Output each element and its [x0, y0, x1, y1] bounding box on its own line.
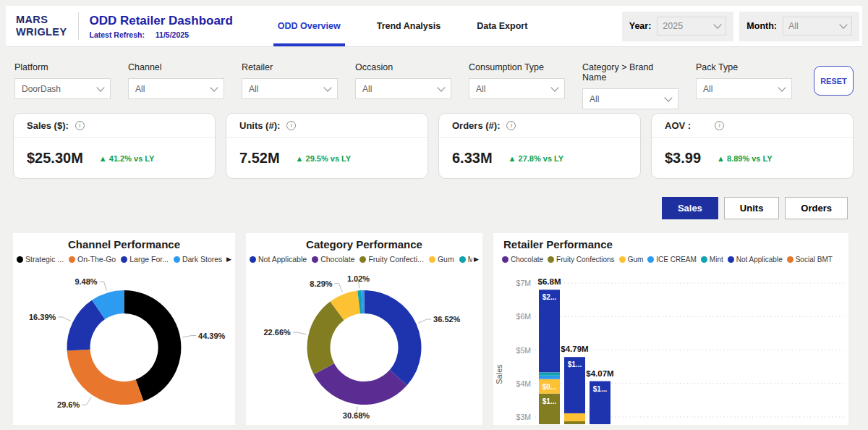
donut-data-label: 36.52%: [433, 315, 461, 324]
month-selector: Month: All: [739, 12, 859, 41]
kpi-delta: ▲ 27.8% vs LY: [509, 154, 564, 163]
bar-segment-mint[interactable]: [539, 373, 560, 376]
info-icon[interactable]: i: [506, 121, 516, 130]
segment-data-label: $0...: [542, 383, 557, 391]
legend-dot-icon: [429, 256, 435, 263]
legend-dot-icon: [121, 256, 127, 263]
filter-occasion: Occasion All: [355, 62, 451, 107]
legend-retailer: ChocolateFruity ConfectionsGumICE CREAMM…: [502, 256, 845, 264]
y-axis-tick: $7M: [516, 279, 531, 287]
channel-dropdown[interactable]: All: [128, 78, 224, 99]
kpi-delta: ▲ 41.2% vs LY: [99, 154, 155, 163]
y-axis-title: Sales: [495, 364, 503, 384]
category-donut-chart: 36.52%30.68%22.66%8.29%1.02%: [246, 266, 482, 424]
chart-card-channel-performance: Channel Performance Strategic ...On-The-…: [13, 233, 235, 425]
bar-segment-ice-cream[interactable]: [539, 376, 560, 379]
tab-data-export[interactable]: Data Export: [477, 6, 527, 46]
kpi-delta: ▲ 29.5% vs LY: [296, 154, 352, 163]
legend-item-social-bmt[interactable]: Social BMT: [787, 256, 833, 264]
charts-row: Channel Performance Strategic ...On-The-…: [13, 233, 848, 425]
reset-button[interactable]: RESET: [814, 66, 854, 96]
legend-item-not-applicable[interactable]: Not Applicable: [728, 256, 783, 264]
chevron-down-icon: [437, 83, 445, 91]
consumption-type-dropdown[interactable]: All: [469, 78, 565, 99]
kpi-card-units: Units (#): i 7.52M ▲ 29.5% vs LY: [226, 113, 428, 179]
legend-item-dark-stores[interactable]: Dark Stores: [174, 255, 222, 264]
logo-line2: WRIGLEY: [16, 26, 67, 38]
y-axis-tick: $5M: [516, 346, 531, 355]
tab-odd-overview[interactable]: ODD Overview: [278, 6, 341, 46]
legend-item-gum[interactable]: Gum: [429, 255, 454, 264]
bar-segment-gum[interactable]: [564, 413, 585, 421]
legend-item-chocolate[interactable]: Chocolate: [502, 256, 543, 264]
month-value: All: [788, 21, 799, 31]
chart-card-retailer-performance: Retailer Performance ChocolateFruity Con…: [493, 233, 848, 425]
donut-slice-on-the-go[interactable]: [67, 350, 144, 405]
bar-segment-fruity-confections[interactable]: [564, 421, 585, 424]
label-connector: [58, 317, 71, 321]
legend-next-icon[interactable]: [226, 256, 231, 263]
mars-wrigley-logo: MARS WRIGLEY: [6, 14, 78, 39]
legend-dot-icon: [619, 256, 626, 263]
header-divider: [78, 12, 79, 40]
kpi-delta: ▲ 8.89% vs LY: [717, 154, 773, 163]
chevron-down-icon: [714, 20, 722, 28]
filter-channel: Channel All: [128, 62, 224, 107]
legend-next-icon[interactable]: [474, 256, 479, 263]
legend-dot-icon: [250, 256, 256, 263]
year-dropdown[interactable]: 2025: [657, 17, 726, 35]
bar-segment-not-applicable[interactable]: [539, 290, 560, 372]
kpi-value: 6.33M: [452, 150, 493, 166]
legend-item-on-the-go[interactable]: On-The-Go: [69, 255, 116, 264]
retailer-bar-chart: $3M$4M$5M$6M$7MSales$1...$0...$2...$6.8M…: [493, 266, 848, 424]
donut-data-label: 30.68%: [343, 411, 370, 420]
year-selector: Year: 2025: [622, 12, 734, 41]
y-axis-tick: $3M: [516, 413, 531, 421]
segment-data-label: $1...: [568, 361, 582, 368]
metric-toggle-orders[interactable]: Orders: [785, 197, 848, 219]
category-brand-dropdown[interactable]: All: [582, 88, 678, 109]
legend-item-fruity-confecti-[interactable]: Fruity Confecti...: [359, 255, 423, 264]
year-value: 2025: [663, 21, 683, 31]
legend-item-mint[interactable]: Mint: [701, 256, 723, 264]
logo-line1: MARS: [16, 14, 67, 26]
donut-data-label: 44.39%: [198, 332, 226, 340]
title-block: ODD Retailer Dashboard Latest Refresh: 1…: [89, 14, 232, 39]
info-icon[interactable]: i: [715, 121, 724, 130]
month-dropdown[interactable]: All: [783, 17, 852, 35]
kpi-value: 7.52M: [239, 150, 280, 166]
filter-platform: Platform DoorDash: [14, 62, 111, 107]
metric-toggle-units[interactable]: Units: [724, 197, 780, 219]
year-label: Year:: [629, 21, 652, 31]
legend-dot-icon: [701, 256, 707, 263]
channel-donut-chart: 44.39%29.6%16.39%9.48%: [13, 266, 235, 424]
metric-toggle-sales[interactable]: Sales: [662, 197, 718, 219]
tab-trend-analysis[interactable]: Trend Analysis: [377, 6, 441, 46]
refresh-line: Latest Refresh: 11/5/2025: [89, 30, 232, 39]
occasion-dropdown[interactable]: All: [355, 78, 451, 99]
retailer-dropdown[interactable]: All: [242, 78, 338, 99]
refresh-date: 11/5/2025: [156, 30, 189, 39]
chart-title: Category Performance: [246, 237, 482, 253]
legend-item-not-applicable[interactable]: Not Applicable: [250, 255, 307, 264]
chevron-down-icon: [664, 93, 672, 101]
platform-dropdown[interactable]: DoorDash: [14, 78, 111, 99]
legend-item-large-for-[interactable]: Large For...: [121, 255, 169, 264]
legend-dot-icon: [502, 256, 509, 263]
pack-type-dropdown[interactable]: All: [696, 78, 792, 99]
legend-item-fruity-confections[interactable]: Fruity Confections: [548, 256, 615, 264]
month-label: Month:: [746, 21, 777, 31]
legend-item-ice-cream[interactable]: ICE CREAM: [647, 256, 697, 264]
info-icon[interactable]: i: [286, 121, 296, 130]
donut-data-label: 29.6%: [57, 400, 80, 409]
info-icon[interactable]: i: [75, 121, 85, 130]
legend-item-mint[interactable]: Mint: [459, 255, 472, 264]
filter-pack-type: Pack Type All: [696, 62, 792, 107]
donut-slice-not-applicable[interactable]: [365, 290, 422, 385]
legend-dot-icon: [312, 256, 318, 263]
legend-item-strategic-[interactable]: Strategic ...: [17, 255, 64, 264]
legend-item-chocolate[interactable]: Chocolate: [312, 255, 354, 264]
legend-item-gum[interactable]: Gum: [619, 256, 644, 264]
bar-total-label: $6.8M: [538, 277, 561, 286]
tab-bar: ODD Overview Trend Analysis Data Export: [278, 6, 527, 46]
